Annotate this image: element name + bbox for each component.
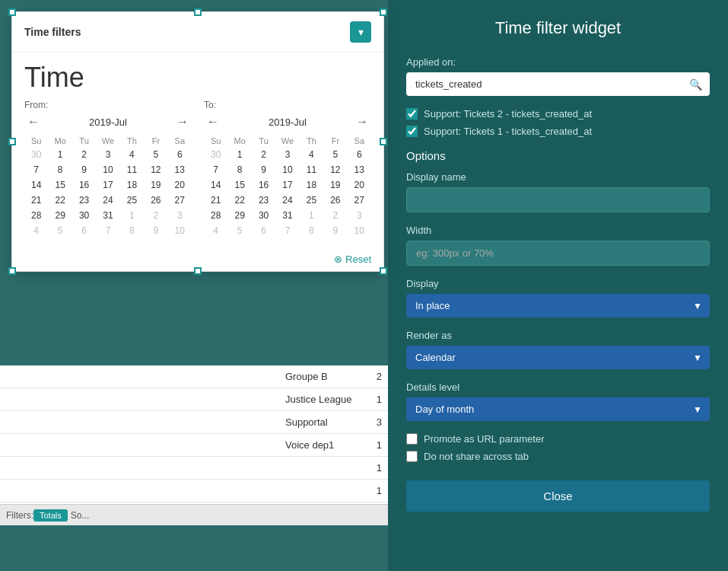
cal-day[interactable]: 31	[96, 208, 119, 223]
cal-day[interactable]: 10	[275, 162, 299, 177]
cal-day[interactable]: 18	[300, 177, 323, 193]
cal-day[interactable]: 2	[144, 208, 167, 223]
cal-day[interactable]: 22	[227, 193, 251, 208]
left-prev-button[interactable]: ←	[24, 115, 43, 129]
cal-day[interactable]: 17	[96, 177, 119, 193]
cal-day[interactable]: 4	[204, 223, 227, 238]
cal-day[interactable]: 8	[300, 223, 323, 238]
cal-day[interactable]: 15	[227, 177, 251, 193]
width-input[interactable]	[406, 241, 710, 266]
cal-day[interactable]: 6	[252, 223, 275, 238]
cal-day[interactable]: 23	[252, 193, 275, 208]
cal-day[interactable]: 9	[323, 223, 347, 238]
applied-on-input[interactable]	[406, 72, 710, 96]
cal-day[interactable]: 8	[120, 223, 144, 238]
cal-day[interactable]: 18	[120, 177, 144, 193]
cal-day[interactable]: 20	[348, 177, 371, 193]
cal-day[interactable]: 26	[144, 193, 167, 208]
cal-day[interactable]: 14	[24, 177, 48, 193]
reset-button[interactable]: ⊗ Reset	[334, 254, 371, 265]
cal-day[interactable]: 8	[227, 162, 251, 177]
cal-day[interactable]: 7	[96, 223, 119, 238]
cal-day[interactable]: 30	[72, 208, 96, 223]
cal-day[interactable]: 19	[323, 177, 347, 193]
cal-day[interactable]: 10	[96, 162, 119, 177]
cal-day[interactable]: 11	[300, 162, 323, 177]
cal-day[interactable]: 9	[144, 223, 167, 238]
cal-day[interactable]: 4	[300, 147, 323, 162]
cal-day[interactable]: 6	[72, 223, 96, 238]
checkbox-tickets1[interactable]	[406, 126, 418, 137]
cal-day[interactable]: 2	[323, 208, 347, 223]
cal-day[interactable]: 30	[204, 147, 227, 162]
cal-day[interactable]: 12	[144, 162, 167, 177]
cal-day[interactable]: 5	[48, 223, 72, 238]
display-name-input[interactable]	[406, 187, 710, 212]
cal-day[interactable]: 6	[168, 147, 192, 162]
cal-day[interactable]: 13	[168, 162, 192, 177]
resize-handle-tl[interactable]	[8, 8, 16, 16]
cal-day[interactable]: 10	[168, 223, 192, 238]
cal-day[interactable]: 3	[96, 147, 119, 162]
cal-day[interactable]: 28	[24, 208, 48, 223]
cal-day[interactable]: 11	[120, 162, 144, 177]
right-next-button[interactable]: →	[353, 115, 371, 129]
cal-day[interactable]: 19	[144, 177, 167, 193]
resize-handle-tm[interactable]	[194, 8, 202, 16]
header-arrow-button[interactable]: ▾	[350, 21, 371, 43]
render-as-select[interactable]: Calendar List	[406, 346, 710, 369]
do-not-share-checkbox[interactable]	[406, 451, 418, 462]
cal-day[interactable]: 15	[48, 177, 72, 193]
cal-day[interactable]: 31	[275, 208, 299, 223]
resize-handle-br[interactable]	[380, 267, 387, 275]
cal-day[interactable]: 2	[252, 147, 275, 162]
cal-day[interactable]: 16	[252, 177, 275, 193]
cal-day[interactable]: 8	[48, 162, 72, 177]
cal-day[interactable]: 25	[120, 193, 144, 208]
close-button[interactable]: Close	[406, 480, 710, 512]
cal-day[interactable]: 24	[96, 193, 119, 208]
cal-day[interactable]: 1	[300, 208, 323, 223]
cal-day[interactable]: 1	[227, 147, 251, 162]
resize-handle-ml[interactable]	[8, 138, 16, 145]
cal-day[interactable]: 5	[227, 223, 251, 238]
cal-day[interactable]: 16	[72, 177, 96, 193]
resize-handle-mr[interactable]	[380, 138, 387, 145]
checkbox-tickets2[interactable]	[406, 108, 418, 120]
cal-day[interactable]: 4	[120, 147, 144, 162]
cal-day[interactable]: 30	[252, 208, 275, 223]
resize-handle-tr[interactable]	[380, 8, 387, 16]
cal-day[interactable]: 10	[348, 223, 371, 238]
resize-handle-bm[interactable]	[194, 267, 202, 275]
cal-day[interactable]: 3	[348, 208, 371, 223]
left-next-button[interactable]: →	[173, 115, 192, 129]
cal-day[interactable]: 26	[323, 193, 347, 208]
cal-day[interactable]: 12	[323, 162, 347, 177]
details-level-select[interactable]: Day of month Month Year	[406, 397, 710, 421]
cal-day[interactable]: 20	[168, 177, 192, 193]
cal-day[interactable]: 7	[204, 162, 227, 177]
cal-day[interactable]: 21	[24, 193, 48, 208]
promote-url-checkbox[interactable]	[406, 433, 418, 445]
cal-day[interactable]: 28	[204, 208, 227, 223]
cal-day[interactable]: 9	[252, 162, 275, 177]
cal-day[interactable]: 21	[204, 193, 227, 208]
cal-day[interactable]: 3	[275, 147, 299, 162]
cal-day[interactable]: 22	[48, 193, 72, 208]
cal-day[interactable]: 1	[48, 147, 72, 162]
cal-day[interactable]: 9	[72, 162, 96, 177]
cal-day[interactable]: 4	[24, 223, 48, 238]
totals-button[interactable]: Totals	[33, 509, 68, 522]
cal-day[interactable]: 3	[168, 208, 192, 223]
cal-day[interactable]: 17	[275, 177, 299, 193]
cal-day[interactable]: 7	[24, 162, 48, 177]
cal-day[interactable]: 27	[168, 193, 192, 208]
cal-day[interactable]: 29	[227, 208, 251, 223]
cal-day[interactable]: 7	[275, 223, 299, 238]
resize-handle-bl[interactable]	[8, 267, 16, 275]
cal-day[interactable]: 2	[72, 147, 96, 162]
cal-day[interactable]: 27	[348, 193, 371, 208]
display-select[interactable]: In place Modal Popover	[406, 294, 710, 317]
cal-day[interactable]: 14	[204, 177, 227, 193]
cal-day[interactable]: 24	[275, 193, 299, 208]
